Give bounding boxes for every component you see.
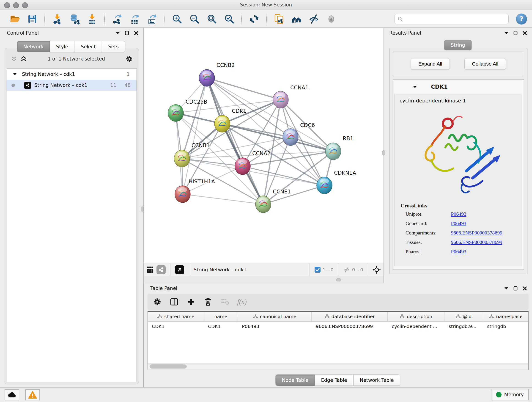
save-session-button[interactable] [25, 12, 39, 26]
selected-node-edge-counts: 1 – 0 [323, 267, 334, 273]
network-node-hist1h1a[interactable]: HIST1H1A [175, 179, 215, 203]
show-columns-button[interactable] [169, 296, 179, 307]
network-node-rb1[interactable]: RB1 [325, 135, 353, 160]
add-column-button[interactable] [186, 296, 196, 307]
cloud-status-button[interactable] [5, 389, 19, 400]
panel-menu-icon[interactable] [504, 32, 508, 34]
panel-close-icon[interactable] [523, 31, 527, 35]
gear-icon[interactable] [126, 56, 133, 62]
expand-all-icon[interactable] [20, 56, 27, 62]
column-header-namespace[interactable]: namespace [483, 312, 528, 321]
crosslink-link[interactable]: 9606.ENSP00000378699 [451, 239, 502, 245]
open-in-new-window-icon[interactable] [175, 265, 184, 274]
crosslink-link[interactable]: P06493 [451, 211, 466, 217]
crosslink-link[interactable]: 9606.ENSP00000378699 [451, 230, 502, 236]
scrollbar-thumb[interactable] [150, 364, 187, 369]
share-network-icon[interactable] [157, 265, 166, 274]
panel-menu-icon[interactable] [116, 32, 120, 34]
birds-eye-view-icon[interactable] [146, 266, 154, 274]
collapse-all-button[interactable]: Collapse All [464, 58, 506, 70]
network-edge[interactable] [207, 78, 333, 151]
open-session-button[interactable] [8, 12, 22, 26]
network-edge[interactable] [183, 78, 207, 194]
table-cell: P06493 [238, 322, 312, 331]
splitter-handle[interactable] [382, 150, 385, 155]
export-network-button[interactable] [110, 12, 124, 26]
panel-close-icon[interactable] [134, 31, 138, 35]
create-network-from-selection-button[interactable] [272, 12, 286, 26]
column-header-description[interactable]: description [388, 312, 444, 321]
memory-button[interactable]: Memory [491, 389, 529, 400]
first-neighbors-button[interactable] [289, 12, 304, 26]
network-edge[interactable] [263, 185, 324, 204]
network-edge[interactable] [182, 159, 243, 166]
refresh-view-button[interactable] [247, 12, 261, 26]
export-table-button[interactable] [127, 12, 142, 26]
zoom-fit-button[interactable] [205, 12, 219, 26]
network-graph[interactable]: CCNB2CCNA1CDC25BCDK1CDC6RB1CCNB1CCNA2CDK… [144, 28, 384, 263]
export-image-button[interactable] [145, 12, 159, 26]
tab-edge-table[interactable]: Edge Table [315, 375, 354, 386]
network-node-cdc25b[interactable]: CDC25B [168, 99, 207, 121]
selected-checkbox-icon[interactable] [314, 267, 321, 273]
network-node-ccna1[interactable]: CCNA1 [273, 85, 309, 108]
tab-network-table[interactable]: Network Table [353, 375, 400, 386]
delete-column-button[interactable] [203, 296, 213, 307]
network-edge[interactable] [207, 78, 263, 204]
tab-string[interactable]: String [444, 40, 472, 51]
section-expander-icon[interactable] [413, 86, 417, 88]
panel-menu-icon[interactable] [504, 287, 508, 290]
panel-float-icon[interactable] [125, 31, 129, 35]
column-header-shared-name[interactable]: shared name [148, 312, 204, 321]
crosslink-link[interactable]: P06493 [451, 249, 466, 255]
column-header-database-identifier[interactable]: database identifier [312, 312, 388, 321]
splitter-handle[interactable] [141, 206, 144, 211]
collapse-all-icon[interactable] [11, 56, 17, 62]
tab-sets[interactable]: Sets [102, 41, 125, 52]
column-header--id[interactable]: @id [444, 312, 483, 321]
import-network-database-button[interactable] [68, 12, 82, 26]
pan-crosshair-icon[interactable] [373, 266, 381, 274]
horizontal-splitter[interactable] [144, 276, 384, 283]
import-network-file-button[interactable] [50, 12, 64, 26]
show-all-button[interactable] [324, 12, 338, 26]
column-header-canonical-name[interactable]: canonical name [238, 312, 312, 321]
expand-all-button[interactable]: Expand All [411, 58, 450, 70]
network-edge[interactable] [243, 166, 324, 185]
table-row[interactable]: CDK1CDK1P064939606.ENSP00000378699cyclin… [148, 322, 528, 331]
tree-expander-icon[interactable] [13, 73, 17, 75]
zoom-in-button[interactable] [170, 12, 184, 26]
search-input[interactable] [405, 16, 506, 22]
panel-float-icon[interactable] [513, 286, 518, 291]
zoom-out-button[interactable] [187, 12, 201, 26]
network-node-cdkn1a[interactable]: CDKN1A [317, 170, 356, 194]
crosslinks-list: Uniprot:P06493GeneCard:P06493Compartment… [394, 211, 522, 255]
column-header-name[interactable]: name [204, 312, 238, 321]
hide-selection-button[interactable] [307, 12, 321, 26]
crosslink-link[interactable]: P06493 [451, 220, 466, 226]
node-label: CDK1 [232, 108, 247, 114]
warnings-button[interactable] [25, 389, 40, 400]
network-node-ccne1[interactable]: CCNE1 [255, 189, 291, 213]
tab-network[interactable]: Network [17, 41, 50, 52]
zoom-selected-button[interactable] [222, 12, 236, 26]
import-table-button[interactable] [85, 12, 99, 26]
plus-icon [187, 298, 195, 306]
hidden-eye-icon[interactable] [343, 267, 350, 273]
network-edge[interactable] [207, 78, 281, 100]
network-selection-status: 1 of 1 Network selected [27, 56, 126, 62]
splitter-handle[interactable] [336, 279, 341, 281]
network-node-ccnb2[interactable]: CCNB2 [199, 62, 235, 86]
network-collection-row[interactable]: String Network – cdk1 1 [7, 69, 137, 80]
network-row-selected[interactable]: String Network – cdk1 11 48 [7, 80, 137, 91]
help-button[interactable]: ? [516, 13, 527, 25]
tab-select[interactable]: Select [74, 41, 102, 52]
network-canvas[interactable]: CCNB2CCNA1CDC25BCDK1CDC6RB1CCNB1CCNA2CDK… [144, 28, 384, 263]
panel-close-icon[interactable] [523, 286, 527, 291]
panel-float-icon[interactable] [513, 31, 518, 35]
table-settings-button[interactable] [152, 296, 162, 307]
network-edge[interactable] [183, 194, 263, 204]
tab-style[interactable]: Style [50, 41, 75, 52]
horizontal-scrollbar[interactable] [148, 363, 528, 370]
tab-node-table[interactable]: Node Table [275, 375, 315, 386]
